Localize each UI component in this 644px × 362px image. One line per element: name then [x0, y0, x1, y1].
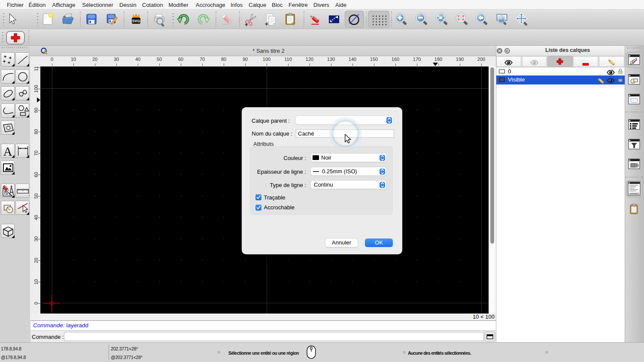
svg-text:A: A [3, 145, 12, 158]
svg-text:command: command [630, 193, 638, 195]
svg-text:SVG: SVG [132, 19, 140, 23]
